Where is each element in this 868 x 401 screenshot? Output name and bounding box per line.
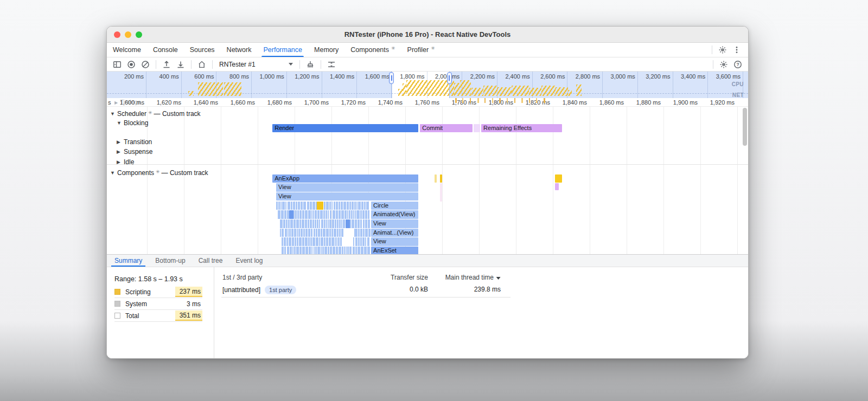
flame-mark[interactable] <box>440 174 442 183</box>
flame-sliver[interactable] <box>312 202 315 210</box>
flame-sliver[interactable] <box>360 229 362 237</box>
blocking-bar[interactable]: Remaining Effects <box>481 124 562 132</box>
flame-sliver[interactable] <box>365 210 367 219</box>
flame-sliver[interactable] <box>280 202 282 210</box>
flame-sliver[interactable] <box>326 229 329 237</box>
capture-settings-gear-icon[interactable] <box>717 58 731 71</box>
flame-sliver[interactable] <box>340 237 342 246</box>
flame-sliver[interactable] <box>284 247 286 254</box>
flame-sliver[interactable] <box>320 210 323 219</box>
flame-sliver[interactable] <box>364 247 367 254</box>
record-icon[interactable] <box>124 58 138 71</box>
flame-sliver[interactable] <box>309 247 311 254</box>
flame-sliver[interactable] <box>294 247 295 254</box>
flame-sliver[interactable] <box>299 219 301 228</box>
flame-sliver[interactable] <box>334 202 336 210</box>
flame-sliver[interactable] <box>356 210 359 219</box>
flame-sliver[interactable] <box>324 237 326 246</box>
flame-sliver[interactable] <box>285 229 287 237</box>
flame-sliver[interactable] <box>328 219 329 228</box>
flame-sliver[interactable] <box>341 229 343 237</box>
flame-sliver[interactable] <box>298 202 300 210</box>
component-bar[interactable]: View <box>371 219 418 228</box>
flame-sliver[interactable] <box>307 202 309 210</box>
flame-sliver[interactable] <box>335 237 336 246</box>
flame-sliver[interactable] <box>276 202 278 210</box>
flame-sliver[interactable] <box>287 247 289 254</box>
flame-sliver[interactable] <box>284 210 286 219</box>
flame-sliver[interactable] <box>280 229 281 237</box>
flame-sliver[interactable] <box>321 247 322 254</box>
blocking-bar[interactable]: Commit <box>420 124 473 132</box>
flame-sliver[interactable] <box>311 247 312 254</box>
flame-sliver[interactable] <box>308 219 309 228</box>
flame-sliver[interactable] <box>308 237 310 246</box>
flame-sliver[interactable] <box>338 237 340 246</box>
flame-sliver[interactable] <box>361 247 363 254</box>
flame-sliver[interactable] <box>296 219 298 228</box>
track-components[interactable]: ▼Components✳ — Custom track <box>110 169 208 177</box>
flame-sliver[interactable] <box>339 202 340 210</box>
flame-sliver[interactable] <box>301 229 303 237</box>
flame-sliver[interactable] <box>343 202 346 210</box>
flame-sliver[interactable] <box>305 210 308 219</box>
flame-sliver[interactable] <box>291 229 293 237</box>
flame-sliver[interactable] <box>328 210 329 219</box>
flame-sliver[interactable] <box>286 219 288 228</box>
flame-sliver[interactable] <box>344 247 345 254</box>
flame-sliver[interactable] <box>355 219 357 228</box>
flame-sliver[interactable] <box>347 202 349 210</box>
flame-sliver[interactable] <box>296 202 297 210</box>
flame-sliver[interactable] <box>301 202 303 210</box>
flame-sliver[interactable] <box>278 202 279 210</box>
flame-sliver[interactable] <box>365 237 366 246</box>
flame-sliver[interactable] <box>292 247 293 254</box>
flame-sliver[interactable] <box>323 210 325 219</box>
flame-sliver[interactable] <box>324 219 326 228</box>
flame-sliver[interactable] <box>292 237 294 246</box>
flame-sliver[interactable] <box>363 229 365 237</box>
flame-sliver[interactable] <box>334 229 336 237</box>
flame-sliver[interactable] <box>295 210 296 219</box>
flame-sliver[interactable] <box>331 202 333 210</box>
flame-sliver[interactable] <box>319 237 320 246</box>
flame-sliver[interactable] <box>286 237 288 246</box>
flame-sliver[interactable] <box>326 210 327 219</box>
clear-icon[interactable] <box>138 58 152 71</box>
flame-sliver[interactable] <box>288 202 290 210</box>
collect-garbage-icon[interactable] <box>303 58 317 71</box>
flame-sliver[interactable] <box>337 219 339 228</box>
flame-sliver[interactable] <box>352 219 354 228</box>
flame-sliver[interactable] <box>336 237 337 246</box>
flame-sliver[interactable] <box>336 210 338 219</box>
flame-sliver[interactable] <box>333 247 335 254</box>
flame-sliver[interactable] <box>310 219 312 228</box>
flame-sliver[interactable] <box>305 229 307 237</box>
flame-sliver[interactable] <box>299 247 302 254</box>
flame-sliver[interactable] <box>313 210 314 219</box>
flame-sliver[interactable] <box>349 247 352 254</box>
flame-sliver[interactable] <box>288 229 289 237</box>
flame-sliver[interactable] <box>321 237 323 246</box>
flame-sliver[interactable] <box>360 210 362 219</box>
flame-sliver[interactable] <box>349 210 350 219</box>
flame-sliver[interactable] <box>303 229 305 237</box>
flame-sliver[interactable] <box>321 219 323 228</box>
flame-sliver[interactable] <box>330 247 332 254</box>
flame-sliver[interactable] <box>299 210 302 219</box>
flame-sliver[interactable] <box>343 219 345 228</box>
flame-sliver[interactable] <box>284 237 286 246</box>
flame-sliver[interactable] <box>347 210 348 219</box>
dark-sliver[interactable] <box>346 219 350 228</box>
flame-sliver[interactable] <box>317 210 320 219</box>
help-icon[interactable]: ? <box>731 58 745 71</box>
flame-sliver[interactable] <box>326 219 327 228</box>
flame-sliver[interactable] <box>287 210 289 219</box>
flame-sliver[interactable] <box>318 229 320 237</box>
flame-sliver[interactable] <box>355 210 356 219</box>
settings-gear-icon[interactable] <box>716 43 730 56</box>
vertical-scrollbar-thumb[interactable] <box>743 108 747 146</box>
flame-sliver[interactable] <box>308 210 310 219</box>
flame-sliver[interactable] <box>341 219 342 228</box>
flame-sliver[interactable] <box>315 210 317 219</box>
